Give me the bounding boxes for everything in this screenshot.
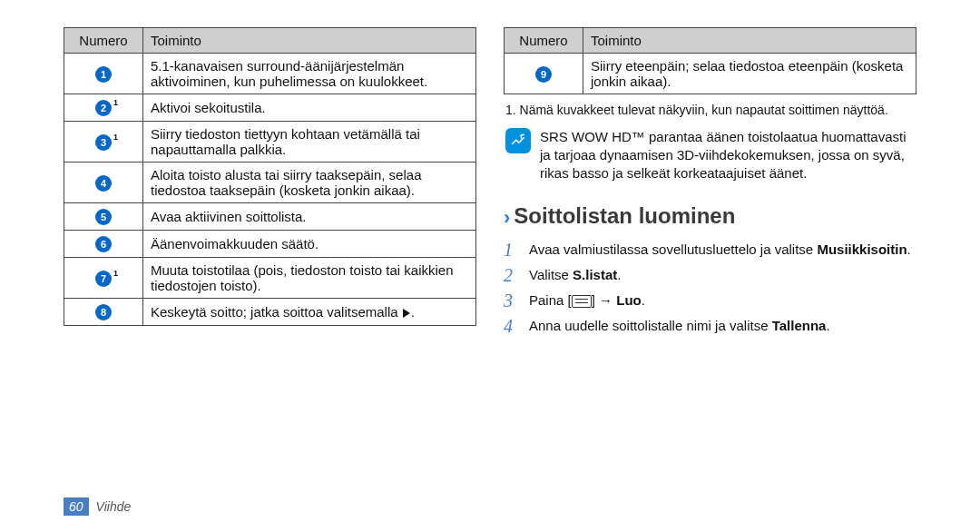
number-badge: 7	[95, 271, 112, 287]
step-text: Avaa valmiustilassa sovellutusluettelo j…	[529, 240, 911, 259]
number-badge: 8	[95, 304, 112, 320]
function-text: 5.1-kanavaisen surround-äänijärjestelmän…	[143, 54, 476, 94]
number-badge: 6	[95, 236, 112, 252]
function-text: Siirry tiedoston tiettyyn kohtaan vetämä…	[143, 122, 476, 163]
function-text: Aktivoi sekoitustila.	[143, 94, 476, 122]
page: Numero Toiminto 1 5.1-kanavaisen surroun…	[0, 0, 980, 532]
page-footer: 60 Viihde	[64, 498, 131, 516]
note-icon	[505, 128, 531, 153]
right-column: Numero Toiminto 9 Siirry eteenpäin; sela…	[504, 27, 916, 532]
number-badge: 9	[535, 66, 552, 83]
step-text: Paina [] → Luo.	[529, 291, 645, 310]
number-badge: 5	[95, 209, 112, 225]
number-badge: 1	[95, 66, 112, 83]
table-row: 6 Äänenvoimakkuuden säätö.	[64, 231, 476, 258]
section-heading: ›Soittolistan luominen	[504, 203, 916, 230]
th-numero: Numero	[505, 28, 583, 54]
menu-icon	[572, 295, 592, 308]
number-badge: 2	[95, 100, 112, 116]
page-number: 60	[64, 498, 89, 516]
function-text: Avaa aktiivinen soittolista.	[143, 203, 476, 231]
function-table-left: Numero Toiminto 1 5.1-kanavaisen surroun…	[64, 27, 476, 326]
table-row: 4 Aloita toisto alusta tai siirry taakse…	[64, 163, 476, 203]
table-row: 2 Aktivoi sekoitustila.	[64, 94, 476, 122]
footnote: 1. Nämä kuvakkeet tulevat näkyviin, kun …	[505, 102, 915, 119]
table-row: 1 5.1-kanavaisen surround-äänijärjestelm…	[64, 54, 476, 94]
step-number: 3	[504, 291, 520, 310]
step-item: 3 Paina [] → Luo.	[504, 288, 916, 313]
table-row: 7 Muuta toistotilaa (pois, tiedoston toi…	[64, 258, 476, 299]
number-badge: 4	[95, 175, 112, 192]
footer-section: Viihde	[96, 499, 132, 514]
step-item: 2 Valitse S.listat.	[504, 262, 916, 288]
function-text: Muuta toistotilaa (pois, tiedoston toist…	[143, 258, 476, 299]
play-icon	[403, 309, 410, 318]
step-item: 4 Anna uudelle soittolistalle nimi ja va…	[504, 313, 916, 339]
text: Keskeytä soitto; jatka soittoa valitsema…	[151, 304, 402, 320]
left-column: Numero Toiminto 1 5.1-kanavaisen surroun…	[64, 27, 476, 532]
step-text: Valitse S.listat.	[529, 265, 621, 284]
th-toiminto: Toiminto	[583, 28, 916, 54]
function-text: Keskeytä soitto; jatka soittoa valitsema…	[143, 299, 476, 326]
function-text: Äänenvoimakkuuden säätö.	[143, 231, 476, 258]
step-item: 1 Avaa valmiustilassa sovellutusluettelo…	[504, 237, 916, 262]
table-row: 3 Siirry tiedoston tiettyyn kohtaan vetä…	[64, 122, 476, 163]
steps-list: 1 Avaa valmiustilassa sovellutusluettelo…	[504, 237, 916, 339]
function-text: Siirry eteenpäin; selaa tiedostoa eteenp…	[583, 54, 916, 94]
note-text: SRS WOW HD™ parantaa äänen toistolaatua …	[540, 128, 915, 183]
function-text: Aloita toisto alusta tai siirry taaksepä…	[143, 163, 476, 203]
step-text: Anna uudelle soittolistalle nimi ja vali…	[529, 316, 830, 335]
chevron-right-icon: ›	[504, 206, 510, 230]
step-number: 2	[504, 265, 520, 285]
table-row: 5 Avaa aktiivinen soittolista.	[64, 203, 476, 231]
th-numero: Numero	[64, 28, 143, 54]
step-number: 4	[504, 316, 520, 336]
th-toiminto: Toiminto	[143, 28, 476, 54]
note-box: SRS WOW HD™ parantaa äänen toistolaatua …	[505, 128, 915, 183]
table-row: 9 Siirry eteenpäin; selaa tiedostoa etee…	[505, 54, 916, 94]
step-number: 1	[504, 240, 520, 260]
section-title-text: Soittolistan luominen	[514, 203, 735, 228]
number-badge: 3	[95, 134, 112, 151]
table-row: 8 Keskeytä soitto; jatka soittoa valitse…	[64, 299, 476, 326]
function-table-right: Numero Toiminto 9 Siirry eteenpäin; sela…	[504, 27, 916, 94]
text: .	[411, 304, 415, 320]
